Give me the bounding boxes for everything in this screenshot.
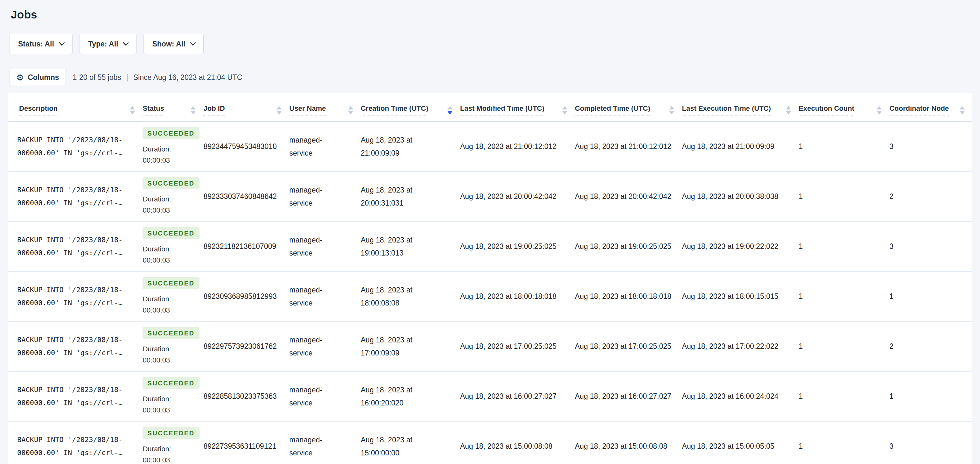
sort-control[interactable] (562, 106, 567, 115)
description-line2[interactable]: 000000.00' IN 'gs://crl-… (17, 247, 135, 260)
chevron-down-icon (190, 40, 196, 46)
columns-button[interactable]: ⚙ Columns (10, 69, 66, 86)
table-row: BACKUP INTO '/2023/08/18-000000.00' IN '… (8, 172, 972, 222)
description-cell[interactable]: BACKUP INTO '/2023/08/18-000000.00' IN '… (8, 321, 143, 372)
description-line2[interactable]: 000000.00' IN 'gs://crl-… (17, 346, 135, 360)
sort-control[interactable] (277, 106, 282, 115)
description-line1[interactable]: BACKUP INTO '/2023/08/18- (17, 134, 135, 147)
execution-count-cell: 1 (799, 121, 889, 172)
description-line1[interactable]: BACKUP INTO '/2023/08/18- (17, 333, 135, 346)
description-line1[interactable]: BACKUP INTO '/2023/08/18- (17, 183, 135, 197)
description-line1[interactable]: BACKUP INTO '/2023/08/18- (17, 284, 135, 297)
status-badge: SUCCEEDED (143, 127, 199, 139)
column-header-execution-count[interactable]: Execution Count (799, 93, 889, 121)
duration-label: Duration: (143, 344, 196, 354)
column-header-last-execution-time[interactable]: Last Execution Time (UTC) (682, 93, 799, 121)
user-name-cell: managed-service (289, 421, 361, 464)
sort-desc-icon (277, 111, 282, 115)
column-header-coordinator-node[interactable]: Coordinator Node (889, 93, 972, 121)
user-name: managed-service (289, 383, 337, 409)
description-line1[interactable]: BACKUP INTO '/2023/08/18- (17, 383, 135, 397)
column-label-last-execution-time: Last Execution Time (UTC) (682, 104, 771, 116)
creation-time-cell: Aug 18, 2023 at 19:00:13:013 (361, 222, 460, 271)
show-filter-dropdown[interactable]: Show: All (143, 34, 204, 54)
description-cell[interactable]: BACKUP INTO '/2023/08/18-000000.00' IN '… (8, 421, 143, 464)
user-name-cell: managed-service (289, 172, 361, 222)
user-name-cell: managed-service (289, 222, 361, 271)
status-badge: SUCCEEDED (143, 227, 199, 239)
status-badge: SUCCEEDED (143, 277, 199, 289)
duration-value: 00:00:03 (143, 155, 196, 166)
description-line2[interactable]: 000000.00' IN 'gs://crl-… (17, 397, 135, 410)
status-badge: SUCCEEDED (143, 427, 199, 439)
execution-count-cell: 1 (799, 172, 889, 222)
column-label-last-modified-time: Last Modified Time (UTC) (460, 104, 544, 116)
sort-control[interactable] (191, 106, 196, 115)
description-line2[interactable]: 000000.00' IN 'gs://crl-… (17, 446, 135, 459)
jobs-page: Jobs Status: All Type: All Show: All ⚙ C… (0, 0, 980, 464)
description-line1[interactable]: BACKUP INTO '/2023/08/18- (17, 434, 135, 446)
sort-asc-icon (130, 106, 135, 110)
creation-time-cell: Aug 18, 2023 at 17:00:09:09 (361, 321, 460, 372)
last-execution-time-cell: Aug 18, 2023 at 21:00:09:09 (682, 121, 799, 172)
description-cell[interactable]: BACKUP INTO '/2023/08/18-000000.00' IN '… (8, 222, 143, 271)
execution-count-cell: 1 (799, 421, 889, 464)
creation-time: Aug 18, 2023 at 18:00:08:08 (361, 284, 442, 309)
column-header-creation-time[interactable]: Creation Time (UTC) (361, 93, 460, 121)
coordinator-node-cell: 1 (889, 372, 972, 421)
type-filter-dropdown[interactable]: Type: All (80, 34, 137, 54)
user-name-cell: managed-service (289, 121, 361, 172)
user-name: managed-service (289, 284, 337, 309)
sort-control[interactable] (130, 106, 135, 115)
description-line2[interactable]: 000000.00' IN 'gs://crl-… (17, 297, 135, 310)
coordinator-node-cell: 2 (889, 172, 972, 222)
duration-value: 00:00:03 (143, 405, 196, 416)
sort-control[interactable] (447, 106, 452, 115)
duration-value: 00:00:03 (143, 205, 196, 216)
column-header-user-name[interactable]: User Name (289, 93, 361, 121)
description-line1[interactable]: BACKUP INTO '/2023/08/18- (17, 234, 135, 247)
job-id-cell: 892333037460848642 (203, 172, 289, 222)
status-badge: SUCCEEDED (143, 327, 199, 339)
filter-bar: Status: All Type: All Show: All (10, 34, 972, 54)
sort-control[interactable] (786, 106, 791, 115)
sort-asc-icon (348, 106, 353, 110)
job-id-cell: 892344759453483010 (203, 121, 289, 172)
column-header-last-modified-time[interactable]: Last Modified Time (UTC) (460, 93, 575, 121)
description-cell[interactable]: BACKUP INTO '/2023/08/18-000000.00' IN '… (8, 172, 143, 222)
job-id-cell: 892285813023375363 (203, 372, 289, 421)
creation-time: Aug 18, 2023 at 19:00:13:013 (361, 234, 442, 259)
description-cell[interactable]: BACKUP INTO '/2023/08/18-000000.00' IN '… (8, 372, 143, 421)
last-execution-time-cell: Aug 18, 2023 at 18:00:15:015 (682, 271, 799, 321)
sort-control[interactable] (669, 106, 674, 115)
description-cell[interactable]: BACKUP INTO '/2023/08/18-000000.00' IN '… (8, 121, 143, 172)
last-modified-time-cell: Aug 18, 2023 at 16:00:27:027 (460, 372, 575, 421)
table-toolbar: ⚙ Columns 1-20 of 55 jobs | Since Aug 16… (10, 69, 972, 86)
table-row: BACKUP INTO '/2023/08/18-000000.00' IN '… (8, 372, 972, 421)
table-row: BACKUP INTO '/2023/08/18-000000.00' IN '… (8, 121, 972, 172)
column-header-completed-time[interactable]: Completed Time (UTC) (575, 93, 682, 121)
description-line2[interactable]: 000000.00' IN 'gs://crl-… (17, 147, 135, 160)
page-title: Jobs (11, 8, 972, 21)
creation-time: Aug 18, 2023 at 17:00:09:09 (361, 333, 442, 359)
last-execution-time-cell: Aug 18, 2023 at 15:00:05:05 (682, 421, 799, 464)
coordinator-node-cell: 3 (889, 222, 972, 271)
creation-time-cell: Aug 18, 2023 at 20:00:31:031 (361, 172, 460, 222)
sort-desc-icon (959, 111, 965, 115)
description-line2[interactable]: 000000.00' IN 'gs://crl-… (17, 197, 135, 210)
sort-control[interactable] (348, 106, 353, 115)
last-execution-time-cell: Aug 18, 2023 at 19:00:22:022 (682, 222, 799, 271)
column-header-job-id[interactable]: Job ID (203, 93, 289, 121)
duration-label: Duration: (143, 294, 196, 305)
last-execution-time-cell: Aug 18, 2023 at 17:00:22:022 (682, 321, 799, 372)
description-cell[interactable]: BACKUP INTO '/2023/08/18-000000.00' IN '… (8, 271, 143, 321)
user-name: managed-service (289, 434, 337, 459)
sort-control[interactable] (959, 106, 965, 115)
column-header-description[interactable]: Description (8, 93, 143, 121)
sort-control[interactable] (877, 106, 882, 115)
since-text: Since Aug 16, 2023 at 21:04 UTC (133, 73, 242, 82)
status-filter-dropdown[interactable]: Status: All (10, 34, 73, 54)
column-header-status[interactable]: Status (143, 93, 203, 121)
status-cell: SUCCEEDEDDuration:00:00:03 (143, 172, 203, 222)
jobs-count: 1-20 of 55 jobs (73, 73, 121, 82)
